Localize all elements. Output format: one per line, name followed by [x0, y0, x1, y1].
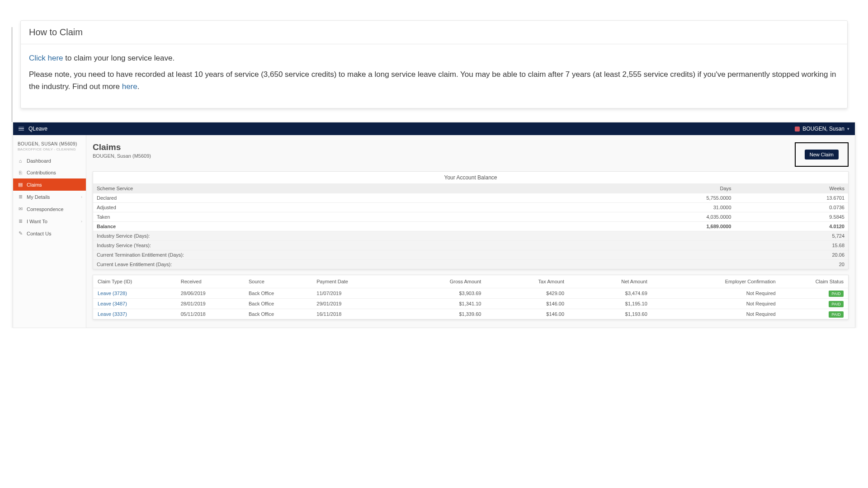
col-tax: Tax Amount: [486, 275, 569, 288]
balance-weeks: 4.0120: [735, 222, 849, 231]
claim-link[interactable]: Leave (3728): [98, 291, 127, 296]
claim-type-cell: Leave (3728): [93, 288, 176, 299]
claim-payment-date: 11/07/2019: [312, 288, 387, 299]
click-here-link[interactable]: Click here: [29, 54, 63, 62]
col-net: Net Amount: [569, 275, 652, 288]
user-display-name: BOUGEN, Susan: [802, 126, 844, 132]
col-days: Days: [546, 184, 735, 193]
balance-extra-row: Industry Service (Days): 5,724: [93, 231, 848, 241]
claim-link[interactable]: Leave (3337): [98, 311, 127, 317]
col-weeks: Weeks: [735, 184, 849, 193]
claim-received: 28/06/2019: [176, 288, 244, 299]
my-details-icon: ≣: [18, 194, 23, 200]
claim-status-cell: PAID: [780, 299, 848, 309]
account-balance-card: Your Account Balance Scheme Service Days…: [93, 171, 849, 269]
balance-title: Your Account Balance: [93, 172, 848, 183]
balance-extra-row: Current Leave Entitlement (Days): 20: [93, 260, 848, 269]
claim-gross: $1,339.60: [387, 309, 486, 319]
status-badge: PAID: [829, 301, 844, 307]
claims-row: Leave (3337) 05/11/2018 Back Office 16/1…: [93, 309, 848, 319]
sidebar-item-label: Correspondence: [27, 206, 63, 212]
claim-tax: $146.00: [486, 309, 569, 319]
chevron-right-icon: ›: [81, 219, 82, 224]
sidebar-item-label: My Details: [27, 194, 50, 200]
claim-source: Back Office: [244, 288, 312, 299]
balance-label: Adjusted: [93, 203, 546, 212]
col-gross: Gross Amount: [387, 275, 486, 288]
claim-payment-date: 29/01/2019: [312, 299, 387, 309]
col-scheme-service: Scheme Service: [93, 184, 546, 193]
status-badge: PAID: [829, 311, 844, 318]
dashboard-icon: ⌂: [18, 158, 23, 164]
main-content: Claims BOUGEN, Susan (M5609) New Claim Y…: [86, 135, 855, 328]
sidebar-item-my-details[interactable]: ≣My Details›: [13, 191, 86, 203]
correspondence-icon: ✉: [18, 206, 23, 212]
sidebar: BOUGEN, SUSAN (M5609) BACKOFFICE ONLY - …: [13, 135, 86, 328]
balance-label: Taken: [93, 212, 546, 222]
sidebar-item-correspondence[interactable]: ✉Correspondence: [13, 203, 86, 215]
sidebar-item-label: Contributions: [27, 170, 56, 175]
col-source: Source: [244, 275, 312, 288]
claim-tax: $146.00: [486, 299, 569, 309]
topbar-left: QLeave: [19, 126, 47, 132]
main-header: Claims BOUGEN, Susan (M5609) New Claim: [93, 142, 849, 167]
claim-link[interactable]: Leave (3487): [98, 301, 127, 306]
balance-days: 5,755.0000: [546, 193, 735, 203]
balance-extra-value: 20: [735, 260, 849, 269]
balance-header-row: Scheme Service Days Weeks: [93, 184, 848, 193]
claim-status-cell: PAID: [780, 309, 848, 319]
balance-days: 1,689.0000: [546, 222, 735, 231]
balance-label: Balance: [93, 222, 546, 231]
balance-extra-label: Industry Service (Days):: [93, 231, 735, 241]
col-employer-confirmation: Employer Confirmation: [652, 275, 780, 288]
claim-instruction-line-2: Please note, you need to have recorded a…: [29, 69, 839, 93]
page-title: Claims: [93, 142, 151, 152]
user-avatar-icon: [795, 127, 800, 131]
sidebar-item-label: Dashboard: [27, 158, 51, 164]
sidebar-item-claims[interactable]: ▤Claims: [13, 178, 86, 191]
how-to-claim-body: Click here to claim your long service le…: [21, 44, 847, 108]
claims-icon: ▤: [18, 182, 23, 188]
sidebar-item-dashboard[interactable]: ⌂Dashboard: [13, 155, 86, 167]
hamburger-menu-icon[interactable]: [19, 127, 24, 131]
contact-us-icon: ✎: [18, 230, 23, 236]
balance-days: 31.0000: [546, 203, 735, 212]
chevron-down-icon: ▾: [847, 127, 849, 131]
new-claim-highlight-box: New Claim: [795, 142, 849, 167]
sidebar-item-contact-us[interactable]: ✎Contact Us: [13, 227, 86, 239]
balance-weeks: 13.6701: [735, 193, 849, 203]
balance-weeks: 9.5845: [735, 212, 849, 222]
sidebar-user-block: BOUGEN, SUSAN (M5609) BACKOFFICE ONLY - …: [13, 139, 86, 155]
page-heading-block: Claims BOUGEN, Susan (M5609): [93, 142, 151, 159]
status-badge: PAID: [829, 291, 844, 297]
balance-extra-label: Current Leave Entitlement (Days):: [93, 260, 735, 269]
claims-list-card: Claim Type (ID) Received Source Payment …: [93, 275, 849, 319]
claim-tax: $429.00: [486, 288, 569, 299]
sidebar-item-i-want-to[interactable]: ≣I Want To›: [13, 215, 86, 227]
balance-extra-value: 20.06: [735, 250, 849, 260]
user-menu[interactable]: BOUGEN, Susan ▾: [795, 126, 849, 132]
claim-type-cell: Leave (3487): [93, 299, 176, 309]
claims-row: Leave (3487) 28/01/2019 Back Office 29/0…: [93, 299, 848, 309]
balance-row: Taken 4,035.0000 9.5845: [93, 212, 848, 222]
sidebar-item-label: I Want To: [27, 219, 47, 224]
claims-row: Leave (3728) 28/06/2019 Back Office 11/0…: [93, 288, 848, 299]
page-subtitle: BOUGEN, Susan (M5609): [93, 153, 151, 159]
claim-note-after: .: [137, 82, 140, 91]
col-payment-date: Payment Date: [312, 275, 387, 288]
sidebar-item-contributions[interactable]: ⎘Contributions: [13, 167, 86, 178]
balance-extra-label: Industry Service (Years):: [93, 241, 735, 250]
claim-received: 28/01/2019: [176, 299, 244, 309]
sidebar-items: ⌂Dashboard⎘Contributions▤Claims≣My Detai…: [13, 155, 86, 239]
claim-received: 05/11/2018: [176, 309, 244, 319]
sidebar-user-sub: BACKOFFICE ONLY - CLEANING: [18, 147, 81, 151]
sidebar-item-label: Claims: [27, 182, 42, 188]
claims-header-row: Claim Type (ID) Received Source Payment …: [93, 275, 848, 288]
balance-extra-label: Current Termination Entitlement (Days):: [93, 250, 735, 260]
balance-weeks: 0.0736: [735, 203, 849, 212]
col-received: Received: [176, 275, 244, 288]
claim-confirmation: Not Required: [652, 299, 780, 309]
new-claim-button[interactable]: New Claim: [805, 150, 839, 160]
how-to-claim-card: How to Claim Click here to claim your lo…: [20, 20, 848, 108]
find-out-more-link[interactable]: here: [122, 82, 137, 91]
